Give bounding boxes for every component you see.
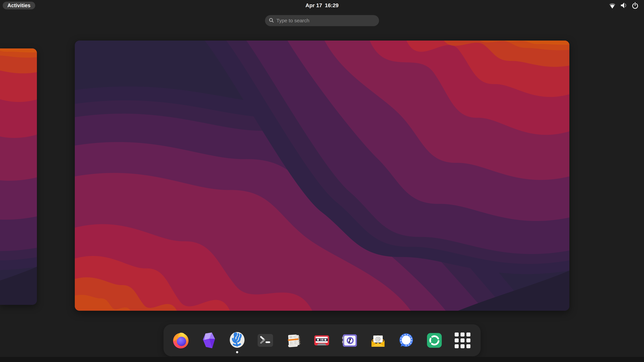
wallpaper-current (75, 40, 569, 311)
mail-icon: @ (368, 331, 388, 350)
coral-icon (227, 331, 247, 350)
workspace-preview-left[interactable] (0, 48, 37, 305)
dock-item-signal[interactable] (396, 331, 416, 350)
dock-item-coral-notes[interactable] (227, 331, 247, 350)
search-icon (269, 17, 274, 24)
search-input[interactable] (276, 18, 375, 23)
clock-date: Apr 17 (306, 2, 322, 8)
screen-bottom-edge (0, 357, 644, 362)
vault-icon (340, 331, 360, 350)
terminal-icon (256, 331, 275, 350)
dock-item-firefox[interactable] (171, 331, 191, 350)
dock-item-cassette-player[interactable] (312, 331, 332, 350)
dock-item-mail[interactable]: @ (368, 331, 388, 350)
sync-icon (424, 331, 444, 350)
system-status-area[interactable] (608, 0, 639, 11)
power-icon[interactable] (631, 1, 639, 9)
dock-item-password-vault[interactable] (340, 331, 360, 350)
app-grid-icon (453, 331, 472, 350)
cassette-icon (312, 331, 332, 350)
signal-icon (396, 331, 416, 350)
search-bar[interactable] (265, 15, 379, 26)
firefox-icon (171, 331, 191, 350)
svg-text:@: @ (375, 336, 381, 342)
workspace-preview-current[interactable] (75, 40, 569, 311)
dock-item-sync[interactable] (424, 331, 444, 350)
wifi-icon[interactable] (608, 1, 616, 9)
clock-button[interactable]: Apr 17 16:29 (306, 0, 338, 11)
dock-item-newsflash[interactable]: NEWS (284, 331, 304, 350)
obsidian-icon (199, 331, 219, 350)
activities-button[interactable]: Activities (3, 2, 35, 9)
newsflash-icon: NEWS (284, 331, 304, 350)
dock-item-terminal[interactable] (256, 331, 275, 350)
dock-item-obsidian[interactable] (199, 331, 219, 350)
top-bar: Activities Apr 17 16:29 (0, 0, 644, 11)
clock-time: 16:29 (325, 2, 338, 8)
dash: NEWS (164, 324, 481, 356)
wallpaper-left (0, 48, 37, 305)
running-indicator (236, 351, 238, 353)
app-grid-button[interactable] (453, 331, 472, 350)
volume-icon[interactable] (620, 1, 628, 9)
